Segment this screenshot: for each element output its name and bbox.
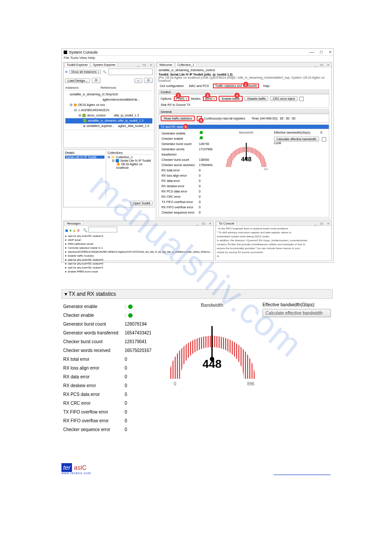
footer-url: www.terasic.com <box>61 472 91 475</box>
detail-bw-title: Bandwidth <box>201 302 223 308</box>
stats-list: Generator enable: Checker enable: Genera… <box>162 131 219 215</box>
sink-label: Sink RX to Source TX <box>161 103 191 106</box>
general-group: General Read traffic statistics Continuo… <box>158 109 329 123</box>
subtab-mac[interactable]: MAC and PCS <box>187 84 210 87</box>
toolkit-explorer-pane: Toolkit Explorer System Explorer _ ▭ × ⚙… <box>63 62 155 148</box>
calc-bw-button[interactable]: Calculate effective bandwidth <box>274 137 319 141</box>
timer-value: 00 : 00 : 00 <box>280 117 295 120</box>
window-title: System Console <box>69 50 98 54</box>
tcl-console-pane: Tcl Console _ ▭ × - to the FIFO loopback… <box>215 221 332 261</box>
footer-rule <box>273 475 331 475</box>
view-tree-button[interactable]: ☰ <box>144 78 153 83</box>
collection-root[interactable]: Collection_1 <box>116 156 133 159</box>
marker-6: 6 <box>183 124 188 129</box>
tree-row-selected: 🟩 seriallite_iv_streamin...slite_ip_tool… <box>65 118 152 123</box>
svg-text:448: 448 <box>202 357 221 370</box>
eff-bw-label: Effective bandwidth(Gbps): <box>274 131 311 134</box>
close-icon[interactable]: × <box>329 50 331 54</box>
stats-group: TX and RX statistics 6 Generator enable:… <box>158 124 329 218</box>
maximize-icon[interactable]: □ <box>320 50 323 54</box>
options-label: Options: <box>161 97 172 100</box>
details-selection[interactable]: Serial Lite IV IP Toolkit <box>65 156 104 159</box>
app-icon <box>64 51 67 54</box>
general-title: General <box>159 110 329 114</box>
conti-label: Conti <box>274 141 281 145</box>
tab-tcl[interactable]: Tcl Console <box>216 221 237 225</box>
subtab-gui[interactable]: GUI configuration <box>158 84 185 87</box>
refresh-button[interactable]: ⟳ <box>92 78 101 83</box>
titlebar: System Console — □ × <box>62 49 333 56</box>
tcl-output[interactable]: - to the FIFO loopback tests to analyze … <box>216 226 331 259</box>
svg-text:896: 896 <box>264 168 269 170</box>
view-list-button[interactable]: ≡ <box>134 78 142 83</box>
conti-checkbox[interactable] <box>322 137 326 141</box>
minimize-icon[interactable]: — <box>309 50 314 54</box>
collections-header: Collections <box>108 151 153 155</box>
detail-eff-label: Effective bandwidth(Gbps): <box>263 302 331 307</box>
eff-bw-value: 0 <box>320 131 322 134</box>
toolkit-path: seriallite_iv_streaming_inst/demo_contro… <box>158 69 329 72</box>
chk-enable-dot <box>200 136 203 139</box>
collection-item[interactable]: Serial Lite IV IP Toolkit <box>120 159 151 162</box>
details-pane: Details Serial Lite IV IP Toolkit Collec… <box>63 149 155 207</box>
toolkit-title: Toolkit: Serial Lite IV IP Toolkit (slit… <box>158 73 233 76</box>
main-pane: Welcome Collection_1 _ ▭ × seriallite_iv… <box>156 62 332 219</box>
search-input[interactable] <box>108 69 153 75</box>
col-instances: Instances <box>65 85 101 91</box>
detail-stats-list: Generator enable: Checker enable: Genera… <box>63 302 162 434</box>
system-console-window: System Console — □ × File Tools View Hel… <box>61 48 334 263</box>
marker-3: 3 <box>205 93 210 98</box>
details-header: Details <box>65 151 104 155</box>
timer-label: Timer (HH:MM:SS): <box>252 117 278 120</box>
tab-system-explorer[interactable]: System Explorer <box>91 62 118 67</box>
search-icon[interactable]: 🔍 <box>103 70 107 74</box>
col-references: References <box>101 85 116 91</box>
gen-enable-dot <box>128 305 133 309</box>
menubar[interactable]: File Tools View Help <box>62 56 333 61</box>
disable-traffic-button[interactable]: Disable traffic <box>245 96 268 101</box>
read-traffic-button[interactable]: Read traffic statistics <box>161 116 195 121</box>
bandwidth-gauge: Bandwidth 448 896 <box>222 131 270 215</box>
svg-text:0: 0 <box>174 381 176 386</box>
page-footer: terasIC www.terasic.com <box>61 464 331 475</box>
gauge-value: 448 <box>241 156 252 163</box>
filter-icon[interactable]: ⚙ <box>65 70 68 74</box>
control-title: Control <box>159 90 329 94</box>
control-group: Control Options: PRBS Modes: Burst Enabl… <box>158 90 329 108</box>
tab-collection[interactable]: Collection_1 <box>175 62 197 67</box>
instances-tree[interactable]: InstancesReferences seriallite_iv_stream… <box>64 84 154 130</box>
crc-inject-button[interactable]: CRC error inject <box>270 96 297 101</box>
modes-label: Modes: <box>191 97 201 100</box>
subtab-help[interactable]: Help <box>262 84 270 87</box>
svg-text:896: 896 <box>247 381 255 386</box>
detail-bandwidth-gauge: 448 0 896 <box>162 308 263 392</box>
pane-controls[interactable]: _ ▭ × <box>137 63 153 67</box>
filter-select[interactable]: Show all instances <box>69 70 101 74</box>
detail-calc-button[interactable]: Calculate effective bandwidth <box>263 309 331 317</box>
chk-enable-dot <box>128 313 133 318</box>
terasic-logo: terasIC <box>61 464 88 471</box>
messages-list[interactable]: ●wait for phy lock=50, locked=1 ●iADP do… <box>64 233 213 275</box>
load-design-button[interactable]: Load Design... <box>65 78 90 83</box>
messages-toolbar[interactable]: ▣ ● ▲ ⊘ 🔍 <box>64 226 213 233</box>
continuous-label: Continuously read all registers <box>204 117 245 120</box>
pane-controls[interactable]: _ ▭ × <box>314 63 331 67</box>
gen-enable-dot <box>200 131 203 134</box>
toolkit-subtitle: [Pin: DE10-Agilex on localhost (USB-1)|A… <box>158 76 329 82</box>
bw-title: Bandwidth <box>222 131 270 134</box>
tx-rx-detail-panel: ▾ TX and RX statistics Generator enable:… <box>61 289 333 438</box>
tab-messages[interactable]: Messages <box>65 221 83 225</box>
marker-1: 1 <box>243 82 248 87</box>
modes-select[interactable]: Burst <box>203 96 217 101</box>
subtab-traffic[interactable]: Traffic statistics and bandwidth <box>213 83 259 88</box>
marker-4: 4 <box>234 93 240 98</box>
sink-checkbox[interactable] <box>299 97 304 101</box>
detail-title: TX and RX statistics <box>68 291 116 297</box>
tab-welcome[interactable]: Welcome <box>157 62 174 67</box>
marker-5: 5 <box>198 118 204 123</box>
marker-2: 2 <box>176 93 181 98</box>
tab-toolkit-explorer[interactable]: Toolkit Explorer <box>65 62 90 67</box>
collection-item[interactable]: DE10-Agilex on localhost <box>116 163 143 169</box>
open-toolkit-button[interactable]: Open Toolkit <box>130 201 153 206</box>
messages-pane: Messages _ ▭ × ▣ ● ▲ ⊘ 🔍 ●wait for phy l… <box>63 221 214 261</box>
